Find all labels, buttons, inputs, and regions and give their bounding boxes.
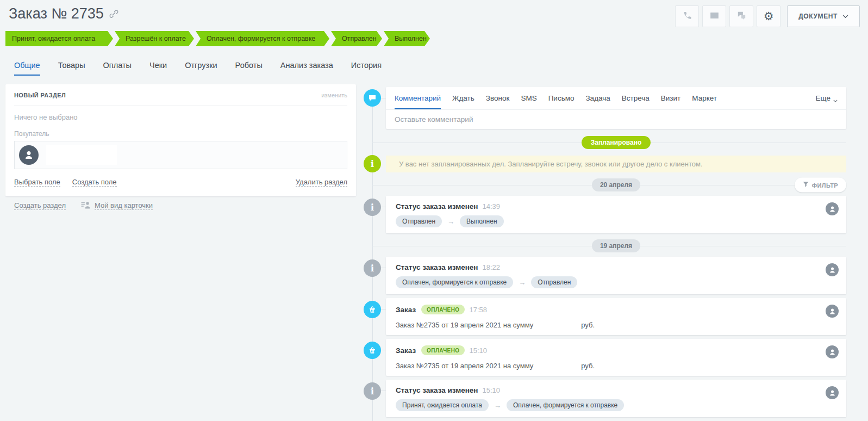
basket-icon xyxy=(364,342,381,359)
document-button[interactable]: ДОКУМЕНТ xyxy=(787,5,860,27)
filter-label: ФИЛЬТР xyxy=(812,182,838,188)
timeline-entry: iСтатус заказа изменен14:39Отправлен→Вып… xyxy=(386,196,846,233)
status-to: Оплачен, формируется к отправке xyxy=(507,399,624,411)
buyer-avatar xyxy=(19,145,39,165)
status-transition: Оплачен, формируется к отправке→Отправле… xyxy=(396,276,836,288)
timeline-more-menu[interactable]: Еще xyxy=(816,92,838,104)
timeline-tab[interactable]: Письмо xyxy=(548,87,574,109)
tab-товары[interactable]: Товары xyxy=(58,61,85,76)
status-transition: Отправлен→Выполнен xyxy=(396,215,836,227)
entry-title: Статус заказа изменен xyxy=(396,263,478,271)
author-avatar xyxy=(826,263,839,276)
info-icon: i xyxy=(364,155,381,172)
tab-история[interactable]: История xyxy=(351,61,382,76)
left-footer: Создать раздел Мой вид карточки xyxy=(14,200,153,211)
entry-time: 14:39 xyxy=(483,202,501,210)
timeline-tabs-row: КомментарийЖдатьЗвонокSMSПисьмоЗадачаВст… xyxy=(386,87,846,110)
tab-чеки[interactable]: Чеки xyxy=(149,61,167,76)
entry-title: Статус заказа изменен xyxy=(396,386,478,394)
tab-анализ-заказа[interactable]: Анализ заказа xyxy=(280,61,333,76)
entry-header: ЗаказОПЛАЧЕНО15:10 xyxy=(396,345,836,355)
create-section-link[interactable]: Создать раздел xyxy=(14,201,66,210)
author-avatar xyxy=(826,202,839,215)
timeline-tab[interactable]: Ждать xyxy=(452,87,474,109)
filter-button[interactable]: ФИЛЬТР xyxy=(795,178,846,193)
entry-body-text: Заказ №2735 от 19 апреля 2021 на сумму xyxy=(396,321,533,329)
entry-header: ЗаказОПЛАЧЕНО17:58 xyxy=(396,305,836,314)
chat-button[interactable] xyxy=(729,5,753,27)
call-button[interactable] xyxy=(675,5,699,27)
date-separator: 20 апреляФИЛЬТР xyxy=(386,178,846,192)
comment-card: КомментарийЖдатьЗвонокSMSПисьмоЗадачаВст… xyxy=(386,87,846,129)
entry-title: Заказ xyxy=(396,346,416,355)
timeline-rail xyxy=(372,91,373,421)
status-to: Выполнен xyxy=(460,215,503,227)
timeline-tab[interactable]: Задача xyxy=(585,87,610,109)
select-field-link[interactable]: Выбрать поле xyxy=(14,178,60,187)
header-actions: ⚙ ДОКУМЕНТ xyxy=(675,5,860,27)
entry-time: 17:58 xyxy=(469,306,487,314)
timeline-tab[interactable]: Комментарий xyxy=(395,87,441,109)
edit-section-link[interactable]: изменить xyxy=(321,92,347,98)
comment-input[interactable]: Оставьте комментарий xyxy=(386,110,846,129)
page-title: Заказ № 2735 xyxy=(9,5,104,22)
pipeline-stage[interactable]: Выполнен xyxy=(384,31,430,46)
tab-отгрузки[interactable]: Отгрузки xyxy=(185,61,217,76)
buyer-label: Покупатель xyxy=(14,130,347,138)
speech-bubble-icon xyxy=(364,89,381,107)
mail-icon xyxy=(709,10,720,23)
section-card: НОВЫЙ РАЗДЕЛ изменить Ничего не выбрано … xyxy=(5,84,356,196)
timeline-entry: iСтатус заказа изменен15:10Принят, ожида… xyxy=(386,380,846,417)
timeline: КомментарийЖдатьЗвонокSMSПисьмоЗадачаВст… xyxy=(386,87,846,417)
tab-оплаты[interactable]: Оплаты xyxy=(103,61,132,76)
basket-icon xyxy=(364,301,381,318)
timeline-entry: iСтатус заказа изменен18:22Оплачен, форм… xyxy=(386,257,846,294)
entry-header: Статус заказа изменен15:10 xyxy=(396,386,836,394)
timeline-tab[interactable]: Встреча xyxy=(622,87,650,109)
tab-роботы[interactable]: Роботы xyxy=(235,61,263,76)
pipeline-stage[interactable]: Отправлен xyxy=(331,31,382,46)
document-button-label: ДОКУМЕНТ xyxy=(798,13,838,20)
settings-button[interactable]: ⚙ xyxy=(757,5,780,27)
pipeline-stage[interactable]: Разрешён к оплате xyxy=(115,31,194,46)
info-icon: i xyxy=(364,259,381,277)
date-badge: 20 апреля xyxy=(592,178,640,191)
status-from: Принят, ожидается оплата xyxy=(396,399,489,411)
buyer-field[interactable] xyxy=(14,141,347,169)
tab-общие[interactable]: Общие xyxy=(14,61,40,76)
entry-body: Заказ №2735 от 19 апреля 2021 на суммуру… xyxy=(396,321,836,329)
create-field-link[interactable]: Создать поле xyxy=(72,178,117,187)
timeline-tab[interactable]: Маркет xyxy=(692,87,717,109)
chat-icon xyxy=(736,10,747,23)
arrow-right-icon: → xyxy=(447,218,454,226)
info-icon: i xyxy=(364,382,381,400)
entry-body-suffix: руб. xyxy=(581,362,595,370)
section-card-header: НОВЫЙ РАЗДЕЛ изменить xyxy=(14,92,347,106)
page-header: Заказ № 2735 xyxy=(9,5,118,22)
info-icon: i xyxy=(364,199,381,216)
planned-notice-wrap: i У вас нет запланированных дел. Заплани… xyxy=(386,156,846,172)
timeline-tab[interactable]: Визит xyxy=(661,87,680,109)
arrow-right-icon: → xyxy=(494,401,501,410)
my-card-view-label[interactable]: Мой вид карточки xyxy=(95,201,153,210)
status-transition: Принят, ожидается оплата→Оплачен, формир… xyxy=(396,399,836,411)
date-badge: 19 апреля xyxy=(592,239,640,252)
field-links: Выбрать поле Создать поле Удалить раздел xyxy=(14,178,347,187)
timeline-tab[interactable]: Звонок xyxy=(486,87,510,109)
mail-button[interactable] xyxy=(702,5,726,27)
pipeline-stage[interactable]: Принят, ожидается оплата xyxy=(5,31,113,46)
my-card-view-link[interactable]: Мой вид карточки xyxy=(81,200,153,211)
info-glyph: i xyxy=(371,159,374,169)
pipeline-stage[interactable]: Оплачен, формируется к отправке xyxy=(196,31,329,46)
more-label: Еще xyxy=(816,94,830,102)
main-tabs: ОбщиеТоварыОплатыЧекиОтгрузкиРоботыАнали… xyxy=(14,61,382,76)
delete-section-link[interactable]: Удалить раздел xyxy=(296,178,347,187)
timeline-tabs: КомментарийЖдатьЗвонокSMSПисьмоЗадачаВст… xyxy=(395,87,717,109)
entry-body-suffix: руб. xyxy=(581,321,595,329)
author-avatar xyxy=(826,386,839,399)
link-icon[interactable] xyxy=(109,9,118,18)
timeline-tab[interactable]: SMS xyxy=(521,87,536,109)
planned-badge: Запланировано xyxy=(582,136,651,149)
gear-icon: ⚙ xyxy=(764,11,774,22)
entry-body: Заказ №2735 от 19 апреля 2021 на суммуру… xyxy=(396,362,836,370)
